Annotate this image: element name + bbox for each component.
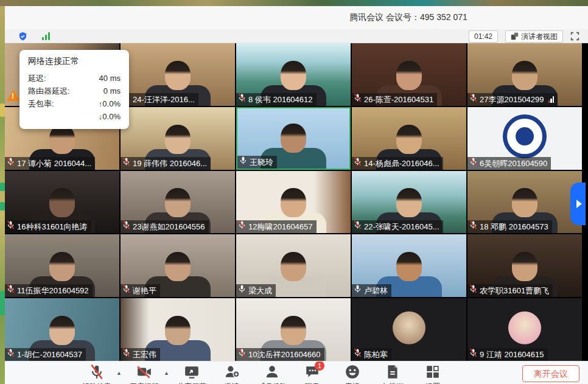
participant-name: 27李源201504299 — [480, 93, 544, 106]
participant-tile[interactable]: 8 侯韦 201604612 — [236, 43, 351, 106]
warning-icon — [7, 89, 20, 101]
participant-tile[interactable]: 9 江靖 201604615 — [467, 298, 582, 361]
participant-name: 10沈岳祥201604660 — [248, 348, 321, 361]
participant-tile[interactable]: 王宏伟 — [121, 298, 235, 361]
mic-muted-icon — [237, 348, 247, 361]
mic-muted-icon — [353, 157, 362, 170]
mic-muted-icon — [6, 284, 15, 297]
participant-tile[interactable]: 26-陈萱-201604531 — [352, 43, 466, 106]
participant-tile[interactable]: 19 薛伟伟 2016046... — [121, 107, 235, 170]
participant-tile[interactable]: 16种科31601向艳涛 — [5, 171, 119, 234]
toolbar-button-settings[interactable]: 设置 — [417, 364, 449, 384]
participant-name: 26-陈萱-201604531 — [364, 93, 433, 106]
mic-muted-icon — [122, 348, 131, 361]
participant-name-bar: 1-胡仁-201604537 — [5, 348, 86, 361]
toolbar-button-document[interactable]: 文档(1) — [377, 364, 408, 384]
participant-name: 陈柏寒 — [364, 348, 388, 361]
participant-name-bar: 16种科31601向艳涛 — [5, 220, 91, 233]
toolbar-button-label: 共享屏幕 — [177, 382, 206, 384]
participant-tile[interactable]: 王晓玲 — [236, 107, 351, 170]
toolbar-items: 解除静音▲开启视频▲共享屏幕邀请成员(39)1聊天表情文档(1)设置 — [81, 364, 457, 384]
layout-icon — [511, 32, 519, 40]
participant-name-bar: 18 邓鹏 201604573 — [467, 220, 552, 233]
mic-muted-icon — [122, 157, 131, 170]
participant-tile[interactable]: 12梅啸201604657 — [236, 171, 351, 234]
participant-name-bar: 24-汪洋洋-2016... — [121, 93, 198, 106]
participant-name-bar: 10沈岳祥201604660 — [236, 348, 324, 361]
network-stat-row: ↓0.0% — [28, 110, 121, 123]
participant-tile[interactable]: 14-杨彪鼎-2016046... — [352, 107, 466, 170]
leave-meeting-button[interactable]: 离开会议 — [522, 365, 579, 382]
toolbar-button-label: 邀请 — [225, 382, 239, 384]
participant-name-bar: 12梅啸201604657 — [236, 220, 317, 233]
participant-tile[interactable]: 11伍振华201604592 — [5, 234, 119, 297]
toolbar-button-invite[interactable]: 邀请 — [216, 364, 248, 384]
participant-tile[interactable]: 1-胡仁-201604537 — [5, 298, 119, 361]
participant-tile[interactable]: 23谢燕如201604556 — [121, 171, 235, 234]
caret-up-icon[interactable]: ▲ — [116, 370, 124, 376]
network-signal-icon[interactable] — [42, 32, 50, 40]
desktop-background-top — [0, 0, 588, 6]
security-shield-icon[interactable] — [18, 32, 27, 41]
participant-name-bar: 6吴朝晖201604590 — [467, 157, 551, 170]
mic-muted-icon — [89, 364, 105, 380]
participant-name: 12梅啸201604657 — [248, 220, 313, 233]
toolbar-button-label: 聊天 — [305, 382, 320, 384]
toolbar-button-members[interactable]: 成员(39) — [256, 364, 288, 384]
participant-name-bar: 8 侯韦 201604612 — [236, 93, 317, 106]
meeting-window: 腾讯会议 会议号：495 352 071 01:42 演讲者视图 — [0, 0, 588, 384]
participant-tile[interactable]: 6吴朝晖201604590 — [467, 107, 582, 170]
toolbar-button-share-screen[interactable]: 共享屏幕 — [176, 364, 208, 384]
fullscreen-icon[interactable] — [570, 32, 579, 41]
mic-muted-icon — [469, 93, 478, 106]
participant-name-bar: 农学职31601曹鹏飞 — [467, 284, 553, 297]
participant-name: 8 侯韦 201604612 — [248, 93, 313, 106]
bottom-toolbar: 解除静音▲开启视频▲共享屏幕邀请成员(39)1聊天表情文档(1)设置 离开会议 — [5, 361, 588, 384]
participant-tile[interactable]: 农学职31601曹鹏飞 — [467, 234, 582, 297]
poor-signal-icon — [548, 96, 555, 103]
desktop-icon — [0, 291, 5, 315]
mic-muted-icon — [237, 93, 247, 106]
participant-name: 22-张啸天-2016045... — [364, 220, 439, 233]
network-stat-row: 路由器延迟:0 ms — [28, 85, 121, 97]
participant-tile[interactable]: 卢碧林 — [352, 234, 466, 297]
next-page-button[interactable] — [570, 183, 586, 225]
caret-up-icon[interactable]: ▲ — [164, 370, 171, 376]
mic-muted-icon — [6, 157, 15, 170]
participant-name-bar: 谢艳平 — [121, 284, 160, 297]
emoji-icon — [345, 364, 360, 380]
participant-name: 18 邓鹏 201604573 — [480, 220, 548, 233]
document-icon — [385, 364, 401, 380]
toolbar-button-label: 设置 — [425, 382, 440, 384]
participant-avatar — [508, 311, 541, 344]
participant-tile[interactable]: 22-张啸天-2016045... — [352, 171, 466, 234]
participant-tile[interactable]: 10沈岳祥201604660 — [236, 298, 351, 361]
toolbar-button-camera-off[interactable]: 开启视频 — [128, 364, 160, 384]
network-stat-row: 延迟:40 ms — [28, 72, 121, 85]
toolbar-button-emoji[interactable]: 表情 — [337, 364, 368, 384]
toolbar-button-chat[interactable]: 1聊天 — [296, 364, 328, 384]
participant-name: 16种科31601向艳涛 — [17, 220, 88, 233]
participant-name-bar: 19 薛伟伟 2016046... — [121, 157, 211, 170]
participant-name: 19 薛伟伟 2016046... — [133, 157, 207, 170]
network-status-rows: 延迟:40 ms路由器延迟:0 ms丢包率:↑0.0%↓0.0% — [28, 72, 121, 123]
mic-muted-icon — [469, 348, 478, 361]
toolbar-button-mic-muted[interactable]: 解除静音 — [81, 364, 113, 384]
participant-tile[interactable]: 梁大成 — [236, 234, 351, 297]
participant-name-bar: 王宏伟 — [121, 348, 160, 361]
participant-name: 17 谭小菊 2016044... — [17, 157, 91, 170]
participant-tile[interactable]: 18 邓鹏 201604573 — [467, 171, 582, 234]
toolbar-button-label: 开启视频 — [130, 382, 159, 384]
participant-tile[interactable]: 谢艳平 — [121, 234, 235, 297]
participant-name: 1-胡仁-201604537 — [17, 348, 82, 361]
participant-tile[interactable]: 27李源201504299 — [467, 43, 582, 106]
settings-icon — [425, 364, 441, 380]
speaker-view-button[interactable]: 演讲者视图 — [505, 30, 563, 43]
toolbar-button-label: 文档(1) — [381, 382, 405, 384]
mic-on-icon — [353, 284, 362, 297]
participant-tile[interactable]: 陈柏寒 — [352, 298, 466, 361]
participant-tile[interactable]: 24-汪洋洋-2016... — [121, 43, 235, 106]
mic-muted-icon — [469, 157, 478, 170]
toolbar-button-label: 成员(39) — [258, 382, 285, 384]
chat-icon: 1 — [304, 364, 320, 380]
